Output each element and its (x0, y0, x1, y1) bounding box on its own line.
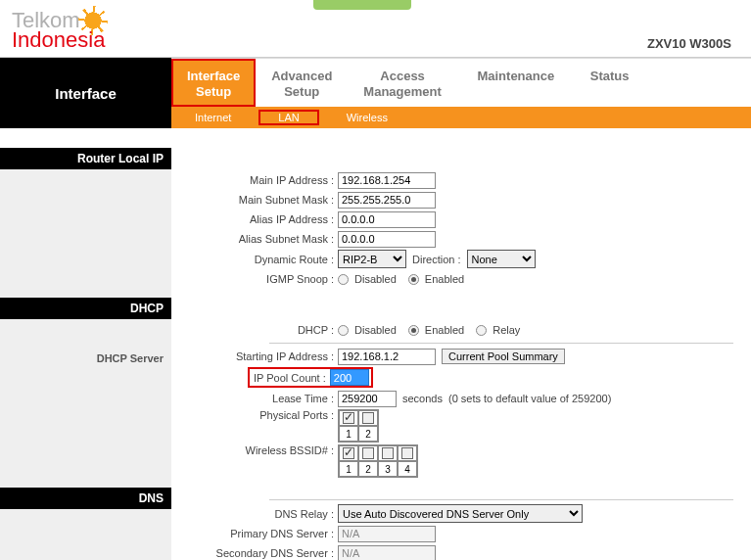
main-tabs: InterfaceSetup AdvancedSetup AccessManag… (171, 58, 751, 107)
lease-time-input[interactable] (338, 391, 397, 407)
page-header: Telkom Indonesia ZXV10 W300S (0, 6, 751, 58)
secondary-dns-input (338, 545, 436, 561)
device-model: ZXV10 W300S (647, 36, 731, 51)
tab-access-management[interactable]: AccessManagement (348, 59, 456, 107)
alias-mask-input[interactable] (338, 231, 436, 248)
subtab-wireless[interactable]: Wireless (323, 112, 411, 123)
page-title: Interface (0, 58, 171, 128)
bssid-3-checkbox[interactable] (382, 447, 394, 459)
label-main-ip: Main IP Address : (171, 174, 338, 186)
tab-advanced-setup[interactable]: AdvancedSetup (256, 59, 348, 107)
label-main-mask: Main Subnet Mask : (171, 194, 338, 206)
label-alias-ip: Alias IP Address : (171, 213, 338, 225)
section-dhcp: DHCP (0, 298, 171, 319)
main-mask-input[interactable] (338, 192, 436, 209)
pool-count-input[interactable] (330, 369, 369, 386)
bssid-2-checkbox[interactable] (362, 447, 374, 459)
phys-port-2-checkbox[interactable] (362, 412, 374, 424)
phys-port-1-checkbox[interactable] (343, 412, 354, 424)
tab-status[interactable]: Status (575, 59, 645, 107)
brand-text-2: Indonesia (12, 29, 105, 51)
dynamic-route-select[interactable]: RIP2-B (338, 250, 406, 268)
physical-ports-table: 1 2 (338, 409, 379, 443)
brand-logo: Telkom Indonesia (12, 10, 105, 51)
label-lease-time: Lease Time : (171, 393, 338, 404)
bssid-1-checkbox[interactable] (343, 447, 354, 459)
wireless-bssid-table: 1 2 3 4 (338, 444, 418, 478)
section-dhcp-server: DHCP Server (0, 347, 171, 370)
label-wireless-bssid: Wireless BSSID# : (171, 444, 338, 456)
label-direction: Direction : (412, 254, 461, 265)
pool-count-highlight: IP Pool Count : (248, 367, 373, 388)
direction-select[interactable]: None (467, 250, 536, 268)
sub-tabs: Internet LAN Wireless (171, 107, 751, 128)
label-primary-dns: Primary DNS Server : (171, 528, 338, 539)
section-router-local-ip: Router Local IP (0, 148, 171, 169)
dhcp-disabled-radio[interactable] (338, 325, 349, 336)
subtab-lan[interactable]: LAN (258, 110, 318, 125)
bssid-4-checkbox[interactable] (401, 447, 413, 459)
igmp-disabled-radio[interactable] (338, 274, 349, 285)
label-dhcp: DHCP : (171, 324, 338, 336)
dhcp-relay-radio[interactable] (476, 325, 487, 336)
sun-icon (82, 10, 104, 31)
label-dynamic-route: Dynamic Route : (171, 254, 338, 265)
tab-interface-setup[interactable]: InterfaceSetup (171, 59, 256, 107)
alias-ip-input[interactable] (338, 211, 436, 228)
section-dns: DNS (0, 488, 171, 509)
dhcp-enabled-radio[interactable] (408, 325, 419, 336)
main-ip-input[interactable] (338, 172, 436, 189)
primary-dns-input (338, 526, 436, 542)
label-pool-count: IP Pool Count : (252, 372, 330, 384)
label-secondary-dns: Secondary DNS Server : (171, 547, 338, 559)
tab-maintenance[interactable]: Maintenance (457, 59, 575, 107)
label-physical-ports: Physical Ports : (171, 409, 338, 421)
label-igmp: IGMP Snoop : (171, 273, 338, 285)
label-start-ip: Starting IP Address : (171, 350, 338, 362)
current-pool-summary-button[interactable]: Current Pool Summary (442, 349, 565, 364)
igmp-enabled-radio[interactable] (408, 274, 419, 285)
start-ip-input[interactable] (338, 349, 436, 365)
label-dns-relay: DNS Relay : (171, 508, 338, 520)
subtab-internet[interactable]: Internet (171, 112, 255, 123)
label-alias-mask: Alias Subnet Mask : (171, 233, 338, 245)
dns-relay-select[interactable]: Use Auto Discovered DNS Server Only (338, 504, 583, 523)
